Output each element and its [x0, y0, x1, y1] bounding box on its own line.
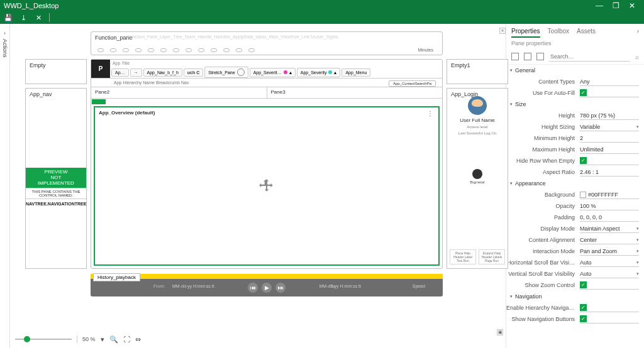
canvas-corner-button[interactable]: ▣: [497, 329, 503, 335]
function-pane-label: Function_pane: [95, 35, 133, 41]
padding-value[interactable]: 0, 0, 0, 0: [580, 213, 639, 222]
background-value[interactable]: #00FFFFFF: [580, 190, 639, 199]
section-appearance[interactable]: ▾Appearance: [506, 178, 644, 189]
min-height-value[interactable]: 2: [580, 134, 639, 143]
opacity-value[interactable]: 100 %: [580, 202, 639, 210]
display-mode-select[interactable]: Maintain Aspect: [580, 224, 639, 233]
aspect-ratio-value[interactable]: 2.46 : 1: [580, 168, 639, 177]
tab-arrow[interactable]: →: [130, 68, 142, 77]
kebab-icon[interactable]: ⋮: [427, 110, 433, 117]
hide-row-checkbox[interactable]: ✓: [580, 156, 639, 165]
show-zoom-label: Show Zoom Control: [506, 282, 580, 288]
zoom-percent[interactable]: 50 %: [82, 336, 96, 342]
tab-properties[interactable]: Properties: [511, 28, 540, 38]
hierarchy-nav-checkbox[interactable]: ✓: [580, 303, 639, 312]
interaction-mode-select[interactable]: Pan and Zoom: [580, 247, 639, 256]
max-height-value[interactable]: Unlimited: [580, 145, 639, 154]
view-grid-icon[interactable]: [511, 53, 519, 60]
height-sizing-label: Height Sizing: [506, 124, 580, 130]
app-login-block[interactable]: App_Login User Full Name Access level La…: [447, 88, 508, 269]
search-icon[interactable]: ⌕: [635, 53, 639, 60]
history-timeline-strip[interactable]: [91, 274, 443, 279]
tab-severity-2[interactable]: App_Severity▴: [297, 68, 341, 77]
zoom-fit-icon[interactable]: ⛶: [123, 335, 130, 343]
tab-menu[interactable]: App_Menu: [341, 68, 370, 77]
max-height-label: Maximum Height: [506, 146, 580, 153]
history-playback-block[interactable]: History_playback From: MM-dd-yy H:mm:ss …: [91, 274, 443, 296]
history-play-button[interactable]: ▶: [262, 283, 272, 293]
move-handle-icon[interactable]: [258, 178, 275, 194]
nav-buttons-checkbox[interactable]: ✓: [580, 315, 639, 324]
pane2-header[interactable]: Pane2: [91, 87, 267, 98]
zoom-slider[interactable]: [15, 339, 72, 340]
empty-left-block[interactable]: Empty: [25, 59, 87, 84]
pane3-header[interactable]: Pane3: [267, 87, 443, 98]
chevron-right-icon[interactable]: ›: [4, 30, 6, 36]
tab-ap[interactable]: Ap…: [111, 68, 129, 77]
last-logon-label: Last Sucessful Log On: [447, 131, 508, 135]
tab-severity-1[interactable]: App_Severit…▴: [250, 68, 296, 77]
tab-toolbox[interactable]: Toolbox: [548, 28, 569, 38]
panel-subtitle: Pane properties: [506, 39, 644, 49]
zoom-fit-width-icon[interactable]: ⇔: [135, 335, 141, 344]
pane2-active-strip: [92, 99, 106, 104]
section-navigation[interactable]: ▾Navigation: [506, 291, 644, 302]
content-types-value[interactable]: Any: [580, 77, 639, 86]
tab-touch[interactable]: uch C: [184, 68, 203, 77]
zoom-magnifier-icon[interactable]: 🔍: [109, 335, 118, 344]
avatar-icon: [468, 96, 487, 115]
view-list-icon[interactable]: [524, 53, 531, 60]
user-full-name: User Full Name: [447, 117, 508, 123]
function-pane-slots: [97, 48, 255, 52]
export-icon[interactable]: ⤓: [19, 13, 28, 22]
padding-label: Padding: [506, 214, 580, 220]
content-alignment-select[interactable]: Center: [580, 236, 639, 244]
use-autofill-label: Use For Auto-Fill: [506, 90, 580, 96]
design-canvas[interactable]: × Function_pane Function_Pane_Layer_Tree…: [10, 24, 506, 348]
fingerprint-label: Bigmetal: [447, 180, 508, 184]
refresh-icon: [237, 68, 245, 76]
function-pane-block[interactable]: Function_pane Function_Pane_Layer_Tree_T…: [91, 31, 443, 55]
close-tab-icon[interactable]: ✕: [34, 13, 43, 22]
actions-label: Actions: [2, 39, 8, 58]
fingerprint-icon[interactable]: [472, 169, 482, 179]
zoom-dropdown-icon[interactable]: ▾: [101, 335, 104, 344]
app-logo-icon: P: [91, 60, 110, 78]
settings-icon[interactable]: [536, 53, 544, 60]
height-value[interactable]: 780 px (75 %): [580, 111, 639, 120]
toolbar-separator: [49, 13, 50, 22]
properties-search-input[interactable]: [549, 52, 630, 62]
window-minimize-button[interactable]: —: [591, 1, 608, 10]
height-sizing-select[interactable]: Variable: [580, 122, 639, 131]
function-pane-ghost-text: Function_Pane_Layer_Tree_Team_Handle_Han…: [128, 35, 338, 39]
height-label: Height: [506, 112, 580, 119]
pane-info-text: THIS PANE CONTAINS THE CONTROL NAMED:: [26, 188, 86, 199]
pink-dot-icon: [284, 70, 287, 74]
tab-assets[interactable]: Assets: [577, 28, 596, 38]
v-scrollbar-select[interactable]: Auto: [580, 269, 639, 278]
content-types-label: Content Types: [506, 79, 580, 85]
app-nav-block[interactable]: App_nav PREVIEW NOT IMPLEMENTED THIS PAN…: [25, 88, 87, 269]
history-prev-button[interactable]: ⏮: [248, 283, 258, 293]
context-search-field[interactable]: App_ContextSearchPa: [389, 80, 436, 87]
canvas-close-icon[interactable]: ×: [499, 28, 506, 34]
show-zoom-checkbox[interactable]: ✓: [580, 281, 639, 290]
window-maximize-button[interactable]: ❐: [608, 1, 624, 10]
tab-stretch[interactable]: Stretch_Pane: [204, 67, 248, 78]
zoom-slider-knob[interactable]: [24, 336, 30, 342]
empty-right-label: Empty1: [451, 62, 470, 68]
chevron-right-icon[interactable]: ›: [637, 28, 639, 38]
window-close-button[interactable]: ✕: [624, 1, 640, 10]
empty-right-block[interactable]: Empty1: [447, 59, 508, 84]
h-scrollbar-select[interactable]: Auto: [580, 258, 639, 267]
history-next-button[interactable]: ⏭: [275, 283, 286, 293]
save-icon[interactable]: 💾: [4, 13, 13, 22]
center-frame-block[interactable]: P App Title Ap… → App_Nav_b_f_h uch C St…: [91, 59, 443, 269]
use-autofill-checkbox[interactable]: ✓: [580, 89, 639, 97]
zoom-bar: 50 % ▾ 🔍 ⛶ ⇔: [15, 333, 380, 345]
section-size[interactable]: ▾Size: [506, 99, 644, 110]
tab-nav[interactable]: App_Nav_b_f_h: [143, 68, 182, 77]
actions-rail[interactable]: › Actions: [0, 24, 10, 348]
overview-body-selected[interactable]: App_Overview (default) ⋮: [94, 106, 440, 266]
section-general[interactable]: ▾General: [506, 65, 644, 76]
